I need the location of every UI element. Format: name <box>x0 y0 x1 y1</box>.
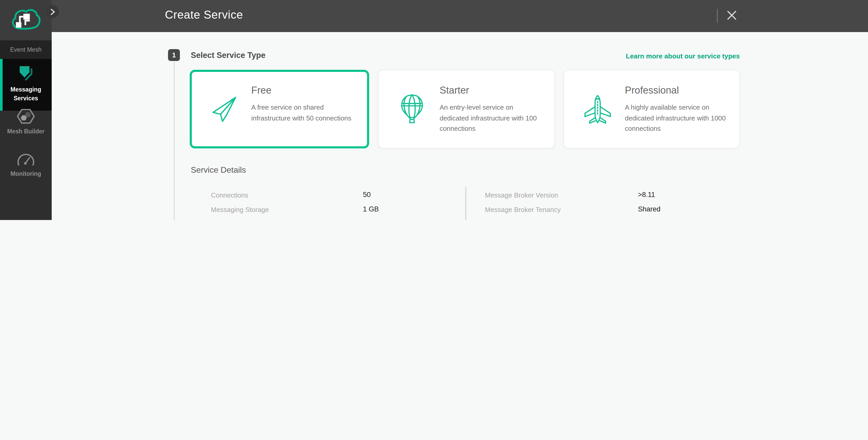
header-divider <box>717 9 718 23</box>
cloud-logo-icon <box>10 7 42 33</box>
sidebar-item-monitoring[interactable]: Monitoring <box>0 151 52 185</box>
shield-icon <box>17 64 35 83</box>
detail-label: Connections <box>211 191 248 199</box>
service-type-description: A free service on shared infrastructure … <box>251 102 352 124</box>
service-details-title: Service Details <box>191 165 246 175</box>
active-indicator <box>0 59 2 111</box>
paper-plane-icon <box>209 94 239 124</box>
hexagon-mesh-icon <box>17 108 35 125</box>
step-1-title: Select Service Type <box>191 51 266 60</box>
detail-label: Messaging Storage <box>211 206 269 213</box>
solace-cloud-logo[interactable] <box>0 0 52 40</box>
learn-more-link[interactable]: Learn more about our service types <box>626 52 740 60</box>
detail-value: Shared <box>638 205 660 213</box>
chevron-right-icon <box>49 8 56 15</box>
detail-label: Message Broker Tenancy <box>485 206 561 213</box>
step-connector <box>174 62 175 220</box>
app-root: Event Mesh Messaging Services Mesh Build… <box>0 0 868 220</box>
sidebar-item-label: Event Mesh <box>10 46 41 53</box>
dialog-header: Create Service <box>52 0 868 32</box>
gauge-icon <box>17 153 35 167</box>
service-type-name: Professional <box>625 85 679 96</box>
detail-value: 1 GB <box>363 205 379 213</box>
detail-value: Single Node <box>638 219 676 220</box>
sidebar: Event Mesh Messaging Services Mesh Build… <box>0 0 52 220</box>
sidebar-item-label: Monitoring <box>3 169 49 178</box>
service-type-description: An entry-level service on dedicated infr… <box>440 102 541 134</box>
service-type-card-starter[interactable]: Starter An entry-level service on dedica… <box>378 70 555 148</box>
sidebar-item-label: Mesh Builder <box>3 127 49 136</box>
sidebar-item-messaging-services[interactable]: Messaging Services <box>0 59 52 111</box>
dialog-title: Create Service <box>165 8 243 22</box>
detail-value: 50 <box>363 191 371 198</box>
step-1-badge: 1 <box>168 49 180 61</box>
sidebar-expand-button[interactable] <box>46 5 59 18</box>
service-type-cards: Free A free service on shared infrastruc… <box>190 70 740 148</box>
service-type-card-professional[interactable]: Professional A highly available service … <box>563 70 740 148</box>
dialog-content: 1 Select Service Type Learn more about o… <box>52 32 868 220</box>
service-type-description: A highly available service on dedicated … <box>625 102 726 134</box>
detail-label: Message Broker Version <box>485 191 558 199</box>
close-icon <box>726 9 737 21</box>
sidebar-item-mesh-builder[interactable]: Mesh Builder <box>0 106 52 142</box>
sidebar-item-label: Messaging Services <box>3 85 49 103</box>
service-details-divider <box>465 186 466 220</box>
close-button[interactable] <box>723 6 740 24</box>
service-type-name: Starter <box>440 85 469 96</box>
detail-value: >8.11 <box>638 191 655 198</box>
service-type-card-free[interactable]: Free A free service on shared infrastruc… <box>190 70 369 148</box>
hot-air-balloon-icon <box>397 94 427 124</box>
sidebar-item-event-mesh[interactable]: Event Mesh <box>0 40 52 59</box>
airplane-icon <box>582 94 612 124</box>
service-type-name: Free <box>251 85 271 96</box>
detail-value: 4 Mbps <box>363 219 386 220</box>
